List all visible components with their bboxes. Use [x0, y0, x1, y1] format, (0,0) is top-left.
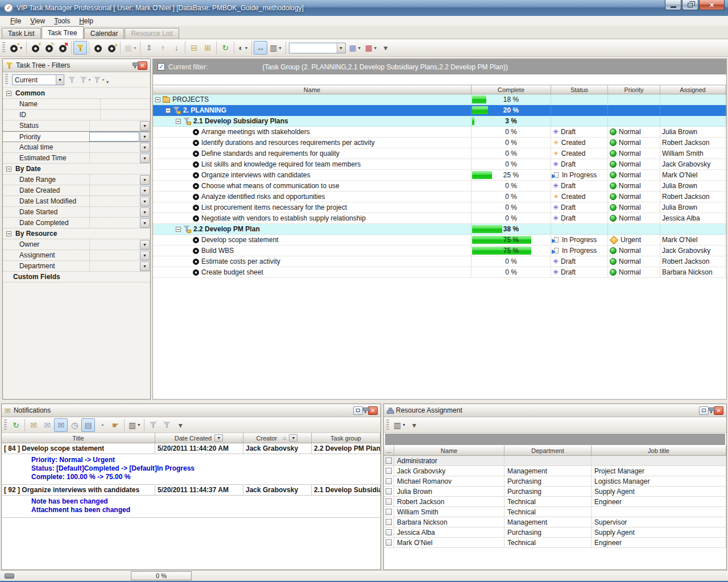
- column-header-priority[interactable]: Priority: [608, 85, 660, 94]
- save-filter-icon[interactable]: ▾: [80, 73, 91, 86]
- toolbar-grip[interactable]: [4, 419, 7, 431]
- task-row[interactable]: Estimate costs per activity0 %✳DraftNorm…: [153, 256, 726, 267]
- resource-row[interactable]: Michael RomanovPurchasingLogistics Manag…: [384, 476, 726, 487]
- checkbox[interactable]: [386, 519, 392, 525]
- filter-item-value[interactable]: [89, 153, 139, 163]
- collapse-icon[interactable]: [176, 227, 181, 232]
- filter-item-name[interactable]: Name: [3, 99, 150, 110]
- move-up-icon[interactable]: ↑: [156, 41, 169, 55]
- checkbox[interactable]: [386, 498, 392, 505]
- show-details-icon[interactable]: ▤: [81, 418, 95, 432]
- save-layout-icon[interactable]: ▦▾: [347, 41, 363, 55]
- filter-item-value[interactable]: [89, 261, 139, 271]
- checkbox[interactable]: [386, 468, 392, 474]
- filter-item-value[interactable]: [89, 218, 139, 228]
- chevron-down-icon[interactable]: ▼: [140, 186, 150, 196]
- pin-icon[interactable]: [134, 63, 136, 68]
- notifications-close-button[interactable]: ✕: [368, 406, 378, 415]
- chevron-down-icon[interactable]: ▼: [140, 197, 150, 206]
- resource-row[interactable]: Jack GrabovskyManagementProject Manager: [384, 466, 726, 476]
- columns-icon[interactable]: ▥▾: [391, 418, 407, 432]
- column-header-name[interactable]: Name: [153, 85, 471, 94]
- restore-panel-button[interactable]: [353, 406, 363, 415]
- collapse-icon[interactable]: [6, 231, 11, 236]
- checkbox[interactable]: [386, 478, 392, 484]
- refresh-icon[interactable]: ↻: [9, 418, 23, 432]
- menu-file[interactable]: File: [6, 16, 26, 26]
- task-row[interactable]: Define standards and requirements for qu…: [153, 148, 726, 159]
- columns-icon[interactable]: ▥▾: [126, 418, 142, 432]
- filter-item-date-range[interactable]: Date Range▼: [3, 174, 150, 185]
- checkbox[interactable]: [386, 529, 392, 535]
- collapse-icon[interactable]: [6, 167, 11, 172]
- column-header-task-group[interactable]: Task group: [312, 433, 380, 443]
- new-task-icon[interactable]: +▾: [7, 41, 24, 55]
- column-header-title[interactable]: Title: [2, 433, 155, 443]
- group-by-icon[interactable]: ◐▾: [236, 41, 250, 55]
- toolbar-overflow-icon[interactable]: ▾: [379, 41, 392, 55]
- checkbox[interactable]: [386, 539, 392, 546]
- resource-row[interactable]: Administrator: [384, 456, 726, 466]
- restore-panel-button[interactable]: [699, 406, 709, 415]
- filter-panel-close-button[interactable]: ✕: [138, 61, 147, 70]
- move-down-icon[interactable]: ↓: [169, 41, 183, 55]
- apply-filter-icon[interactable]: [66, 73, 77, 86]
- overflow-icon[interactable]: ▾: [407, 418, 421, 432]
- resource-row[interactable]: Julia BrownPurchasingSupply Agent: [384, 487, 726, 497]
- delete-task-icon[interactable]: ✖: [56, 41, 69, 55]
- resource-row[interactable]: Mark O'NielTechnicalEngineer: [384, 538, 726, 548]
- filter-item-department[interactable]: Department▼: [3, 261, 150, 272]
- expand-all-icon[interactable]: ⊞: [201, 41, 214, 55]
- resource-row[interactable]: Robert JacksonTechnicalEngineer: [384, 497, 726, 507]
- group-row[interactable]: 2.2 Develop PM Plan38 %: [153, 224, 726, 235]
- column-header-job-title[interactable]: Job title: [592, 446, 726, 455]
- pin-icon[interactable]: [365, 408, 366, 413]
- filter-item-date-created[interactable]: Date Created▼: [3, 185, 150, 196]
- task-row[interactable]: Identify durations and resources require…: [153, 138, 726, 148]
- group-row[interactable]: 2.1 Develop Subsidiary Plans3 %: [153, 116, 726, 127]
- chevron-down-icon[interactable]: ▼: [337, 43, 345, 53]
- column-header-name[interactable]: Name: [394, 446, 504, 455]
- filter-item-value[interactable]: [100, 110, 150, 120]
- notification-row[interactable]: [ 92 ] Organize interviews with candidat…: [2, 485, 380, 496]
- collapse-icon[interactable]: [166, 108, 171, 113]
- columns-icon[interactable]: ▥▾: [267, 41, 283, 55]
- sort-icon[interactable]: ⇕: [142, 41, 156, 55]
- current-filter-checkbox[interactable]: ✓: [158, 63, 165, 70]
- chevron-down-icon[interactable]: ▼: [289, 434, 297, 442]
- checkbox[interactable]: [386, 509, 392, 515]
- minimize-button[interactable]: [665, 0, 681, 10]
- chevron-down-icon[interactable]: ▼: [140, 175, 150, 185]
- layout-combo[interactable]: ▼: [289, 43, 346, 53]
- complete-task-icon[interactable]: [91, 41, 105, 55]
- toolbar-grip[interactable]: [386, 419, 389, 431]
- preview-icon[interactable]: ◔: [95, 418, 109, 432]
- task-row[interactable]: Arrange meetings with stakeholders0 %✳Dr…: [153, 127, 726, 138]
- chevron-down-icon[interactable]: ▼: [140, 251, 150, 260]
- chevron-down-icon[interactable]: ▼: [140, 121, 150, 131]
- column-header-date-created[interactable]: Date Created▼: [155, 433, 243, 443]
- resource-row[interactable]: William SmithTechnical: [384, 507, 726, 517]
- chevron-down-icon[interactable]: ▼: [140, 240, 150, 250]
- chevron-down-icon[interactable]: ▼: [140, 218, 150, 228]
- filter-item-value[interactable]: [100, 99, 150, 109]
- task-row[interactable]: List skills and knowledge required for t…: [153, 159, 726, 170]
- filter-item-estimated-time[interactable]: Estimated Time▼: [3, 153, 150, 164]
- chevron-down-icon[interactable]: ▼: [140, 207, 150, 217]
- task-row[interactable]: List procurement items necessary for the…: [153, 202, 726, 213]
- filter-preset-combobox[interactable]: Current ▼: [12, 74, 64, 85]
- toolbar-grip[interactable]: [5, 74, 8, 85]
- toolbar-overflow-icon[interactable]: ▾: [106, 80, 109, 85]
- task-notifications-icon[interactable]: ◷: [68, 418, 81, 432]
- chevron-down-icon[interactable]: ▼: [140, 143, 150, 152]
- new-subtask-icon[interactable]: +: [28, 41, 42, 55]
- update-task-icon[interactable]: ▴: [105, 41, 118, 55]
- column-header-item[interactable]: ...: [384, 446, 394, 455]
- chevron-down-icon[interactable]: ▼: [140, 261, 150, 271]
- collapse-all-icon[interactable]: ⊟: [187, 41, 201, 55]
- filter-item-priority[interactable]: Priority▼: [3, 131, 150, 142]
- collapse-icon[interactable]: [155, 97, 160, 102]
- delete-layout-icon[interactable]: ▦▾: [363, 41, 379, 55]
- notification-row[interactable]: [ 84 ] Develop scope statement5/20/2011 …: [2, 443, 380, 454]
- task-row[interactable]: Build WBS75 %In ProgressNormalJack Grabo…: [153, 246, 726, 256]
